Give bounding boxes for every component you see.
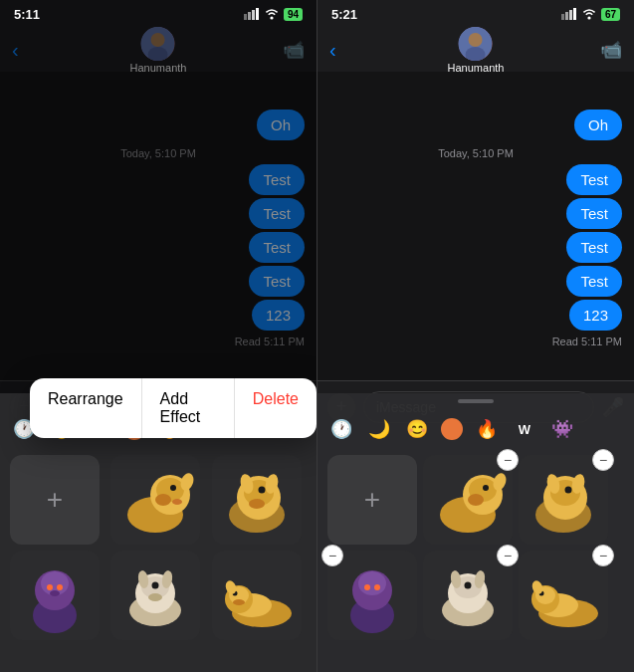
wiki-icon-right[interactable]: W [511, 415, 538, 443]
status-time-left: 5:11 [14, 7, 40, 22]
golden-dog-r1 [428, 460, 508, 540]
msg-oh-right: Oh [574, 110, 622, 140]
status-bar-right: 5:21 67 [317, 0, 634, 28]
svg-point-11 [155, 494, 171, 506]
svg-point-48 [469, 33, 483, 47]
svg-point-14 [172, 499, 182, 505]
svg-point-54 [483, 485, 489, 491]
msg-test4-right: Test [566, 266, 622, 297]
signal-icon-right [561, 8, 577, 20]
svg-point-21 [249, 499, 265, 509]
svg-rect-44 [569, 10, 572, 20]
sticker-lying-dog-right-wrapper: − [519, 551, 608, 640]
sticker-golden-dog-1-right-wrapper: − [423, 455, 513, 545]
clock-icon-right[interactable]: 🕐 [327, 415, 355, 443]
svg-rect-2 [252, 10, 255, 20]
sticker-purple-char-left[interactable] [10, 551, 100, 640]
nav-center-right[interactable]: Hanumanth [448, 27, 505, 74]
sticker-row-2: − − [327, 551, 624, 640]
svg-point-64 [358, 571, 386, 595]
svg-point-70 [465, 582, 472, 589]
golden-dog-svg-2 [217, 460, 297, 540]
sticker-golden-dog-1-left[interactable] [110, 455, 200, 545]
sticker-white-dog-left[interactable] [110, 551, 200, 640]
plus-icon-right: + [364, 484, 380, 516]
msg-test2-right: Test [566, 198, 622, 229]
sticker-grid-left: + [0, 451, 317, 644]
status-bar-left: 5:11 94 [0, 0, 317, 28]
sticker-handle-right [458, 399, 494, 403]
svg-point-65 [364, 584, 370, 590]
orange-dot-right[interactable] [441, 418, 463, 440]
purple-char-svg [15, 556, 95, 635]
golden-dog-svg-1 [115, 460, 195, 540]
svg-point-53 [468, 494, 484, 506]
purple-char-r [332, 556, 412, 635]
sticker-lying-dog-left[interactable] [212, 551, 302, 640]
signal-icon [244, 8, 260, 20]
fire-icon-right[interactable]: 🔥 [473, 415, 501, 443]
emoji-icon-right[interactable]: 😊 [403, 415, 431, 443]
remove-badge-2[interactable]: − [592, 449, 614, 471]
delete-button[interactable]: Delete [235, 378, 317, 438]
sticker-golden-dog-1-right[interactable] [423, 455, 513, 545]
avatar-right [459, 27, 493, 61]
remove-badge-3[interactable]: − [321, 545, 343, 566]
context-menu: Rearrange Add Effect Delete [30, 378, 317, 438]
remove-badge-5[interactable]: − [592, 545, 614, 566]
reddit-icon-right[interactable]: 👾 [548, 415, 576, 443]
remove-badge-1[interactable]: − [497, 449, 519, 471]
svg-rect-1 [248, 12, 251, 20]
golden-dog-r2 [524, 460, 603, 540]
sticker-panel-right: 🕐 🌙 😊 🔥 W 👾 + − [317, 393, 634, 672]
white-dog-svg [115, 556, 195, 635]
svg-point-34 [148, 593, 162, 601]
status-time-right: 5:21 [331, 7, 357, 22]
sticker-white-dog-right-wrapper: − [423, 551, 513, 640]
msg-123-right: 123 [569, 300, 622, 331]
white-dog-r [428, 556, 508, 635]
sticker-golden-dog-2-left[interactable] [212, 455, 302, 545]
moon-icon-right[interactable]: 🌙 [365, 415, 393, 443]
wifi-icon-right [581, 8, 597, 20]
contact-name-right: Hanumanth [448, 62, 505, 74]
svg-point-25 [47, 584, 53, 590]
remove-badge-4[interactable]: − [497, 545, 519, 566]
svg-point-41 [233, 599, 245, 605]
add-sticker-button-left[interactable]: + [10, 455, 100, 545]
svg-rect-0 [244, 14, 247, 20]
add-effect-button[interactable]: Add Effect [142, 378, 235, 438]
plus-icon-left: + [47, 484, 63, 516]
back-button-right[interactable]: ‹ [329, 39, 336, 62]
sticker-purple-right[interactable] [327, 551, 417, 640]
svg-rect-42 [561, 14, 564, 20]
wifi-icon [264, 8, 280, 20]
svg-point-46 [587, 16, 590, 19]
sticker-golden-dog-2-right[interactable] [519, 455, 608, 545]
battery-icon-right: 67 [601, 8, 620, 21]
chat-area-right: Oh Today, 5:10 PM Test Test Test Test 12… [317, 72, 634, 380]
left-panel: 5:11 94 ‹ [0, 0, 317, 672]
video-call-button-right[interactable]: 📹 [600, 39, 622, 61]
status-icons-left: 94 [244, 8, 303, 21]
lying-dog-svg [217, 556, 297, 635]
sticker-row-1: + − [327, 455, 624, 545]
svg-rect-45 [573, 8, 576, 20]
sticker-lying-dog-right[interactable] [519, 551, 608, 640]
lying-dog-r [524, 556, 603, 635]
svg-point-27 [50, 590, 60, 596]
svg-point-66 [374, 584, 380, 590]
nav-bar-right: ‹ Hanumanth 📹 [317, 28, 634, 72]
sticker-icons-row-right: 🕐 🌙 😊 🔥 W 👾 [317, 407, 634, 451]
right-panel: 5:21 67 ‹ [317, 0, 634, 672]
svg-rect-43 [565, 12, 568, 20]
add-sticker-button-right[interactable]: + [327, 455, 417, 545]
svg-rect-3 [256, 8, 259, 20]
msg-read-right: Read 5:11 PM [552, 336, 622, 347]
sticker-purple-right-wrapper: − [327, 551, 417, 640]
svg-point-4 [270, 16, 273, 19]
svg-point-31 [152, 582, 159, 589]
sticker-white-dog-right[interactable] [423, 551, 513, 640]
sticker-rearrange-grid: + − [317, 451, 634, 644]
rearrange-button[interactable]: Rearrange [30, 378, 142, 438]
